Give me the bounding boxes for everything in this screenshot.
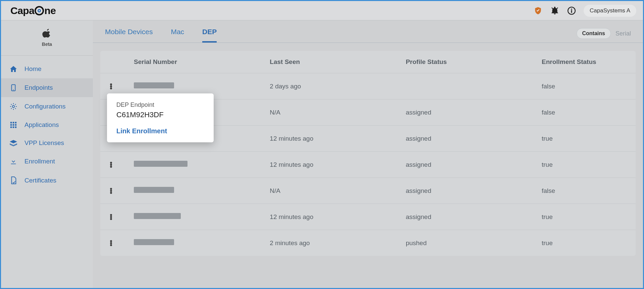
redacted-text (134, 187, 174, 193)
cell-last-seen: 12 minutes ago (270, 161, 406, 168)
cell-serial (134, 213, 270, 221)
sidebar-item-label: Endpoints (24, 84, 53, 91)
svg-point-4 (571, 8, 572, 9)
sidebar-item-vpp[interactable]: VPP Licenses (1, 134, 93, 152)
cell-enrollment-status: true (542, 135, 629, 142)
app-logo: Capa ne (10, 5, 56, 16)
tab-dep[interactable]: DEP (202, 28, 217, 43)
row-menu-button[interactable]: ••• (107, 83, 114, 89)
enrollment-icon (9, 157, 18, 165)
table-row[interactable]: •••2 minutes agopushedtrue (100, 230, 636, 256)
redacted-text (134, 239, 174, 245)
row-menu-button[interactable]: ••• (107, 214, 114, 220)
home-icon (9, 65, 18, 73)
logo-text-post: ne (44, 5, 56, 16)
row-menu-button[interactable]: ••• (107, 240, 114, 246)
col-serial[interactable]: Serial Number (134, 58, 270, 66)
table-row[interactable]: •••12 minutes agoassignedtrue (100, 151, 636, 177)
table-row[interactable]: •••N/Aassignedfalse (100, 177, 636, 204)
sidebar-item-configurations[interactable]: Configurations (1, 97, 93, 116)
svg-rect-14 (15, 124, 17, 126)
sidebar-item-label: Configurations (24, 103, 66, 110)
org-name: CapaSystems A (590, 7, 630, 14)
logo-o-icon (34, 6, 44, 16)
col-last-seen[interactable]: Last Seen (270, 58, 406, 66)
beta-label: Beta (42, 42, 52, 47)
header-right: CapaSystems A (533, 5, 636, 17)
cell-enrollment-status: false (542, 109, 629, 116)
vpp-icon (9, 139, 18, 147)
table-row[interactable]: •••12 minutes agoassignedtrue (100, 204, 636, 230)
certificates-icon (9, 176, 18, 185)
popover-title: DEP Endpoint (116, 101, 204, 109)
filter-contains-pill[interactable]: Contains (577, 28, 611, 39)
sidebar-item-endpoints[interactable]: Endpoints (1, 78, 93, 97)
svg-rect-13 (13, 124, 14, 126)
svg-rect-10 (13, 122, 14, 124)
tab-mobile[interactable]: Mobile Devices (105, 28, 153, 43)
cell-enrollment-status: true (542, 213, 629, 221)
cell-enrollment-status: false (542, 83, 629, 90)
cell-profile-status: assigned (406, 213, 542, 221)
cell-enrollment-status: false (542, 187, 629, 195)
col-profile-status[interactable]: Profile Status (406, 58, 542, 66)
sidebar-item-label: Applications (24, 121, 59, 129)
redacted-text (134, 213, 181, 219)
col-enrollment-status[interactable]: Enrollment Status (542, 58, 629, 66)
sidebar-item-label: Home (24, 65, 42, 73)
svg-point-2 (39, 10, 40, 11)
dep-table: Serial Number Last Seen Profile Status E… (100, 51, 636, 256)
info-icon[interactable] (567, 6, 576, 15)
cell-serial (134, 187, 270, 195)
cell-enrollment-status: true (542, 161, 629, 168)
table-header-row: Serial Number Last Seen Profile Status E… (100, 51, 636, 73)
cell-profile-status: pushed (406, 239, 542, 247)
security-shield-icon[interactable] (533, 6, 543, 15)
sidebar-item-applications[interactable]: Applications (1, 116, 93, 134)
cell-profile-status: assigned (406, 135, 542, 142)
sidebar: Beta HomeEndpointsConfigurationsApplicat… (1, 20, 93, 288)
popover-serial: C61M92H3DF (116, 111, 204, 119)
configurations-icon (9, 102, 18, 111)
tabs-bar: Mobile DevicesMacDEP Contains Serial (93, 20, 643, 43)
redacted-text (134, 161, 187, 167)
sidebar-item-certificates[interactable]: Certificates (1, 171, 93, 190)
sidebar-item-label: Enrollment (24, 158, 55, 165)
redacted-text (134, 82, 174, 88)
cell-serial (134, 82, 270, 90)
applications-icon (9, 121, 18, 129)
main-content: Mobile DevicesMacDEP Contains Serial Ser… (93, 20, 643, 288)
svg-rect-5 (571, 10, 572, 13)
cell-serial (134, 161, 270, 168)
tab-mac[interactable]: Mac (171, 28, 184, 43)
cell-last-seen: 12 minutes ago (270, 135, 406, 142)
link-enrollment-button[interactable]: Link Enrollment (116, 127, 204, 135)
cell-last-seen: 12 minutes ago (270, 213, 406, 221)
cell-profile-status: assigned (406, 161, 542, 168)
sidebar-item-label: Certificates (24, 177, 56, 184)
app-body: Beta HomeEndpointsConfigurationsApplicat… (1, 20, 643, 288)
row-menu-button[interactable]: ••• (107, 162, 114, 168)
cell-last-seen: 2 minutes ago (270, 239, 406, 247)
svg-rect-15 (10, 127, 12, 128)
apple-icon (42, 29, 52, 42)
sidebar-top[interactable]: Beta (1, 20, 93, 56)
app-frame: Capa ne CapaSystems A (0, 0, 644, 289)
svg-rect-12 (10, 124, 12, 126)
svg-rect-17 (15, 127, 17, 128)
sidebar-item-enrollment[interactable]: Enrollment (1, 152, 93, 171)
endpoints-icon (9, 84, 18, 92)
notifications-bell-icon[interactable] (550, 6, 559, 15)
tabs: Mobile DevicesMacDEP (105, 28, 217, 43)
svg-point-7 (13, 89, 14, 90)
org-selector[interactable]: CapaSystems A (584, 5, 636, 17)
svg-rect-9 (10, 122, 12, 124)
sidebar-nav: HomeEndpointsConfigurationsApplicationsV… (1, 56, 93, 190)
svg-point-8 (12, 105, 14, 107)
cell-serial (134, 239, 270, 247)
cell-enrollment-status: true (542, 239, 629, 247)
cell-profile-status: assigned (406, 109, 542, 116)
row-menu-button[interactable]: ••• (107, 188, 114, 194)
cell-profile-status: assigned (406, 187, 542, 195)
sidebar-item-home[interactable]: Home (1, 60, 93, 78)
